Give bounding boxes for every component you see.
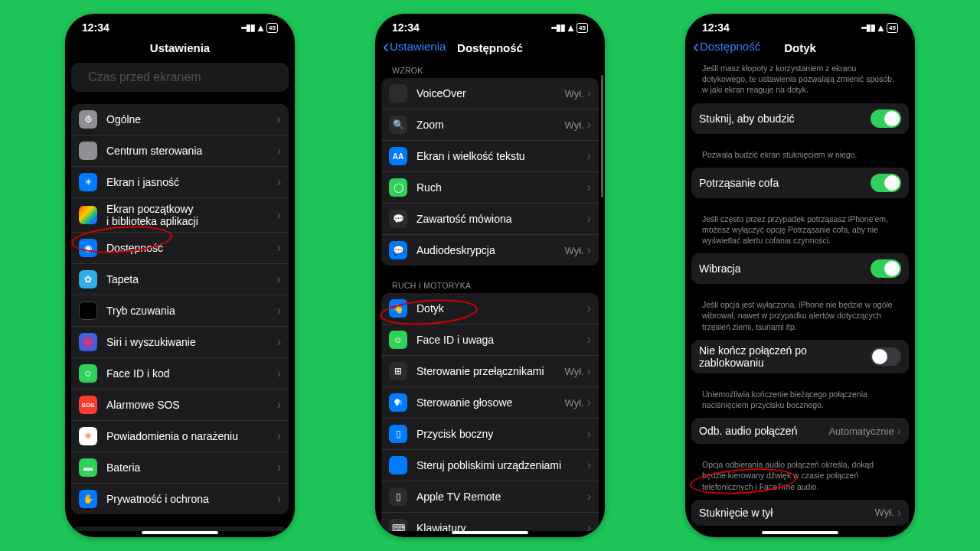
row-audio-routing[interactable]: Odb. audio połączeńAutomatycznie› (691, 418, 909, 444)
chevron-right-icon: › (277, 304, 281, 318)
chevron-right-icon: › (587, 427, 591, 441)
row-faceid-attention[interactable]: ☺Face ID i uwaga› (381, 324, 599, 355)
home-indicator[interactable] (452, 531, 528, 534)
status-icons: ▪▪▮▮▴45 (551, 21, 588, 34)
row-faceid[interactable]: ☺Face ID i kod› (71, 357, 289, 389)
nav-bar: Dostępność Dotyk (685, 37, 915, 62)
sun-icon: ☀ (79, 173, 97, 191)
toggle-shake-undo[interactable] (871, 174, 901, 192)
chevron-right-icon: › (277, 208, 281, 222)
row-accessibility[interactable]: ◉Dostępność› (71, 232, 289, 263)
siri-icon (79, 333, 97, 351)
row-shake-undo[interactable]: Potrząsanie cofa (691, 168, 909, 198)
toggles-icon (79, 142, 97, 160)
chevron-right-icon: › (587, 333, 591, 347)
row-standby[interactable]: Tryb czuwania› (71, 295, 289, 326)
back-button[interactable]: Dostępność (693, 40, 760, 53)
chevron-right-icon: › (277, 144, 281, 158)
row-touch[interactable]: 👆Dotyk› (381, 293, 599, 324)
battery-icon: 45 (266, 23, 278, 33)
faceid-icon: ☺ (79, 364, 97, 383)
section-header-motor: Ruch i motoryka (381, 278, 599, 293)
row-display-text[interactable]: AAEkran i wielkość tekstu› (381, 140, 599, 171)
row-voiceover[interactable]: VoiceOverWył.› (381, 78, 599, 109)
row-tap-to-wake[interactable]: Stuknij, aby obudzić (691, 103, 909, 134)
remote-icon: ▯ (389, 487, 407, 506)
toggle-tap-to-wake[interactable] (871, 109, 901, 128)
hand-icon: ✋ (79, 490, 97, 508)
row-exposure[interactable]: ✳Powiadomienia o narażeniu› (71, 420, 289, 452)
motion-icon: ◯ (389, 178, 407, 197)
chevron-right-icon: › (587, 243, 591, 257)
button-icon: ▯ (389, 425, 407, 443)
chevron-right-icon: › (587, 458, 591, 472)
nav-bar: Ustawienia Dostępność (375, 37, 605, 62)
footer-tap-wake: Pozwala budzić ekran stuknięciem w niego… (691, 146, 909, 168)
touch-icon: 👆 (389, 299, 407, 318)
nav-title: Dotyk (784, 41, 816, 54)
row-nearby[interactable]: Steruj pobliskimi urządzeniami› (381, 449, 599, 481)
settings-group-main: ⚙Ogólne› Centrum sterowania› ☀Ekran i ja… (71, 104, 289, 514)
group-vibration: Wibracja (691, 253, 909, 284)
group-shake: Potrząsanie cofa (691, 168, 909, 198)
chevron-right-icon: › (277, 492, 281, 506)
toggle-vibration[interactable] (871, 259, 901, 278)
chevron-right-icon: › (587, 86, 591, 100)
chevron-right-icon: › (277, 398, 281, 412)
row-keyboards[interactable]: ⌨Klawiatury› (381, 512, 599, 531)
row-motion[interactable]: ◯Ruch› (381, 171, 599, 203)
chevron-right-icon: › (587, 212, 591, 226)
row-sos[interactable]: SOSAlarmowe SOS› (71, 389, 289, 420)
row-wallpaper[interactable]: ✿Tapeta› (71, 263, 289, 295)
row-siri[interactable]: Siri i wyszukiwanie› (71, 326, 289, 357)
row-side-button[interactable]: ▯Przycisk boczny› (381, 418, 599, 449)
apps-icon (79, 206, 97, 224)
group-motor: 👆Dotyk› ☺Face ID i uwaga› ⊞Sterowanie pr… (381, 293, 599, 531)
chevron-right-icon: › (277, 429, 281, 443)
group-tap-wake: Stuknij, aby obudzić (691, 103, 909, 134)
screenshot-accessibility: 12:34 ▪▪▮▮▴45 Ustawienia Dostępność Wzro… (375, 14, 605, 537)
chevron-right-icon: › (587, 118, 591, 132)
chevron-right-icon: › (587, 149, 591, 163)
chevron-right-icon: › (277, 367, 281, 380)
flower-icon: ✿ (79, 270, 97, 289)
row-display[interactable]: ☀Ekran i jasność› (71, 166, 289, 197)
row-spoken[interactable]: 💬Zawartość mówiona› (381, 203, 599, 234)
switch-icon: ⊞ (389, 362, 407, 380)
home-indicator[interactable] (142, 531, 218, 534)
sos-icon: SOS (79, 396, 97, 414)
row-general[interactable]: ⚙Ogólne› (71, 104, 289, 135)
toggle-lock-end-call[interactable] (871, 347, 901, 366)
home-indicator[interactable] (762, 531, 838, 534)
cellular-icon: ▪▪▮▮ (861, 22, 876, 33)
keyboard-icon: ⌨ (389, 519, 407, 531)
status-bar: 12:34 ▪▪▮▮▴45 (685, 14, 915, 37)
row-zoom[interactable]: 🔍ZoomWył.› (381, 109, 599, 140)
chevron-right-icon: › (587, 302, 591, 315)
row-switch-control[interactable]: ⊞Sterowanie przełącznikamiWył.› (381, 355, 599, 386)
nav-title: Dostępność (457, 41, 523, 54)
row-lock-end-call[interactable]: Nie kończ połączeń pozablokowaniu (691, 340, 909, 373)
row-apple-tv[interactable]: ▯Apple TV Remote› (381, 481, 599, 512)
group-lock-end: Nie kończ połączeń pozablokowaniu (691, 340, 909, 373)
scrollbar[interactable] (601, 75, 603, 197)
row-battery[interactable]: ▬Bateria› (71, 452, 289, 483)
section-header-vision: Wzrok (381, 63, 599, 78)
row-voice-control[interactable]: 🗣Sterowanie głosoweWył.› (381, 386, 599, 418)
wifi-icon: ▴ (878, 21, 884, 34)
row-home-screen[interactable]: Ekran początkowyi biblioteka aplikacji› (71, 197, 289, 232)
chevron-right-icon: › (897, 506, 901, 520)
nearby-icon (389, 456, 407, 474)
time: 12:34 (702, 21, 730, 34)
nav-title: Ustawienia (65, 37, 295, 62)
row-vibration[interactable]: Wibracja (691, 253, 909, 284)
row-screen-time[interactable]: Czas przed ekranem (71, 63, 289, 92)
row-control-center[interactable]: Centrum sterowania› (71, 135, 289, 166)
chevron-right-icon: › (277, 112, 281, 126)
row-audiodesc[interactable]: 💬AudiodeskrypcjaWył.› (381, 234, 599, 266)
chevron-right-icon: › (277, 272, 281, 286)
row-back-tap[interactable]: Stuknięcie w tyłWył.› (691, 500, 909, 526)
wifi-icon: ▴ (568, 21, 573, 34)
back-button[interactable]: Ustawienia (383, 40, 446, 53)
row-privacy[interactable]: ✋Prywatność i ochrona› (71, 483, 289, 514)
